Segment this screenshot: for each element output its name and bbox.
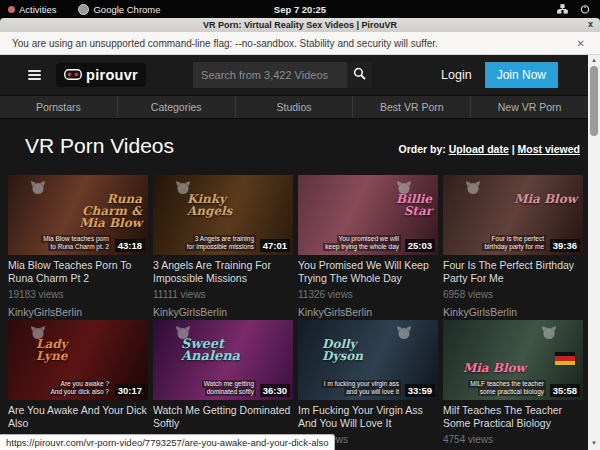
network-icon[interactable] — [557, 4, 568, 14]
thumbnail-caption: Mia Blow teaches pornto Runa Charm pt. 2 — [41, 235, 111, 251]
power-icon[interactable] — [580, 4, 590, 14]
video-title[interactable]: 3 Angels Are Training For Impossible Mis… — [153, 259, 293, 284]
video-thumbnail[interactable]: Mia Blow Four is the perfectbirthday par… — [443, 175, 583, 255]
video-card[interactable]: Dolly Dyson I m fucking your virgin assa… — [298, 320, 438, 450]
studio-link[interactable]: KinkyGirlsBerlin — [8, 306, 148, 318]
duration-badge: 47:01 — [260, 239, 290, 252]
studio-cat-logo-icon — [30, 180, 46, 199]
window-close-icon[interactable]: x — [588, 19, 593, 29]
nav-item-pornstars[interactable]: Pornstars — [0, 96, 117, 118]
order-most-viewed-link[interactable]: Most viewed — [518, 143, 580, 155]
nav-item-new-vr[interactable]: New VR Porn — [470, 96, 588, 118]
thumbnail-caption: You promised we willkeep trying the whol… — [323, 235, 401, 251]
video-title[interactable]: Four Is The Perfect Birthday Party For M… — [443, 259, 583, 284]
chrome-infobar: You are using an unsupported command-lin… — [0, 32, 600, 55]
search-input[interactable] — [193, 62, 347, 88]
search-button[interactable] — [347, 62, 372, 88]
video-card[interactable]: Billie Star You promised we willkeep try… — [298, 175, 438, 318]
video-thumbnail[interactable]: Lady Lyne Are you awake ?And your dick a… — [8, 320, 148, 400]
web-page: pirouvr Login Join Now Pornstars Categor… — [0, 55, 588, 450]
window-title: VR Porn: Virtual Reality Sex Videos | Pi… — [203, 20, 397, 30]
order-upload-date-link[interactable]: Upload date — [449, 143, 509, 155]
video-thumbnail[interactable]: Runa Charm & Mia Blow Mia Blow teaches p… — [8, 175, 148, 255]
thumbnail-overlay-title: Mia Blow — [463, 362, 529, 374]
nav-item-best-vr[interactable]: Best VR Porn — [352, 96, 470, 118]
order-by-controls: Order by: Upload date | Most viewed — [398, 143, 580, 155]
nav-item-categories[interactable]: Categories — [117, 96, 235, 118]
thumbnail-overlay-title: Dolly Dyson — [322, 338, 388, 362]
video-card[interactable]: Mia Blow MILF teaches the teachersome pr… — [443, 320, 583, 450]
video-thumbnail[interactable]: Billie Star You promised we willkeep try… — [298, 175, 438, 255]
thumbnail-caption: Watch me gettingdominated softly — [202, 380, 256, 396]
view-count: 4754 views — [443, 434, 583, 445]
duration-badge: 30:17 — [115, 384, 145, 397]
studio-link[interactable]: KinkyGirlsBerlin — [443, 306, 583, 318]
video-title[interactable]: Watch Me Getting Dominated Softly — [153, 404, 293, 429]
video-thumbnail[interactable]: Kinky Angels 3 Angels are trainingfor im… — [153, 175, 293, 255]
thumbnail-overlay-title: Lady Lyne — [36, 338, 102, 362]
duration-badge: 25:03 — [405, 239, 435, 252]
system-top-bar: Activities Google Chrome Sep 7 20:25 — [0, 0, 600, 18]
thumbnail-overlay-title: Runa Charm & Mia Blow — [76, 193, 142, 229]
duration-badge: 33:59 — [405, 384, 435, 397]
hamburger-menu-icon[interactable] — [28, 70, 41, 80]
scrollbar-thumb[interactable] — [590, 66, 598, 136]
video-card[interactable]: Mia Blow Four is the perfectbirthday par… — [443, 175, 583, 318]
video-thumbnail[interactable]: Mia Blow MILF teaches the teachersome pr… — [443, 320, 583, 400]
site-logo-text: pirouvr — [86, 67, 138, 83]
thumbnail-caption: Four is the perfectbirthday party for me — [482, 235, 546, 251]
order-by-label: Order by: — [398, 143, 445, 155]
video-card[interactable]: Runa Charm & Mia Blow Mia Blow teaches p… — [8, 175, 148, 318]
main-nav: Pornstars Categories Studios Best VR Por… — [0, 95, 588, 119]
video-title[interactable]: Im Fucking Your Virgin Ass And You Will … — [298, 404, 438, 429]
page-title: VR Porn Videos — [25, 134, 174, 158]
status-url-bubble: https://pirouvr.com/vr-porn-video/779325… — [0, 434, 335, 450]
search-icon — [353, 67, 366, 83]
german-flag-icon — [555, 352, 575, 365]
scroll-up-icon[interactable]: ▲ — [588, 55, 600, 65]
studio-cat-logo-icon — [396, 325, 412, 344]
nav-item-studios[interactable]: Studios — [235, 96, 353, 118]
thumbnail-overlay-title: Mia Blow — [511, 193, 577, 205]
scroll-down-icon[interactable]: ▼ — [588, 438, 600, 448]
site-header: pirouvr Login Join Now — [0, 55, 588, 95]
duration-badge: 43:18 — [115, 239, 145, 252]
studio-link[interactable]: KinkyGirlsBerlin — [153, 306, 293, 318]
video-title[interactable]: You Promised We Will Keep Trying The Who… — [298, 259, 438, 284]
login-link[interactable]: Login — [441, 68, 472, 82]
infobar-message: You are using an unsupported command-lin… — [12, 38, 438, 49]
site-logo[interactable]: pirouvr — [56, 63, 146, 87]
view-count: 19183 views — [8, 289, 148, 300]
thumbnail-caption: Are you awake ?And your dick also ? — [48, 380, 111, 396]
studio-link[interactable]: KinkyGirlsBerlin — [298, 306, 438, 318]
thumbnail-caption: MILF teaches the teachersome practical b… — [468, 380, 546, 396]
video-grid: Runa Charm & Mia Blow Mia Blow teaches p… — [8, 175, 588, 450]
infobar-close-icon[interactable]: ✕ — [577, 38, 585, 49]
view-count: 6958 views — [443, 289, 583, 300]
view-count: 11326 views — [298, 289, 438, 300]
thumbnail-overlay-title: Sweet Analena — [181, 338, 247, 362]
video-title[interactable]: Milf Teaches The Teacher Some Practical … — [443, 404, 583, 429]
page-scrollbar[interactable]: ▲ ▼ — [588, 55, 600, 450]
window-title-bar: VR Porn: Virtual Reality Sex Videos | Pi… — [0, 18, 600, 33]
screen: Activities Google Chrome Sep 7 20:25 VR … — [0, 0, 600, 450]
video-thumbnail[interactable]: Dolly Dyson I m fucking your virgin assa… — [298, 320, 438, 400]
studio-cat-logo-icon — [465, 180, 481, 199]
duration-badge: 36:30 — [260, 384, 290, 397]
thumbnail-overlay-title: Kinky Angels — [187, 193, 253, 217]
join-now-button[interactable]: Join Now — [485, 62, 558, 88]
vr-goggles-icon — [64, 66, 82, 84]
clock[interactable]: Sep 7 20:25 — [0, 4, 600, 15]
video-card[interactable]: Lady Lyne Are you awake ?And your dick a… — [8, 320, 148, 450]
thumbnail-caption: 3 Angels are trainingfor impossible miss… — [185, 235, 256, 251]
thumbnail-caption: I m fucking your virgin assand you will … — [322, 380, 401, 396]
video-card[interactable]: Kinky Angels 3 Angels are trainingfor im… — [153, 175, 293, 318]
studio-cat-logo-icon — [541, 325, 557, 344]
video-title[interactable]: Mia Blow Teaches Porn To Runa Charm Pt 2 — [8, 259, 148, 284]
video-title[interactable]: Are You Awake And Your Dick Also — [8, 404, 148, 429]
video-thumbnail[interactable]: Sweet Analena Watch me gettingdominated … — [153, 320, 293, 400]
thumbnail-overlay-title: Billie Star — [366, 193, 432, 217]
view-count: 11111 views — [153, 289, 293, 300]
duration-badge: 35:58 — [550, 384, 580, 397]
video-card[interactable]: Sweet Analena Watch me gettingdominated … — [153, 320, 293, 450]
